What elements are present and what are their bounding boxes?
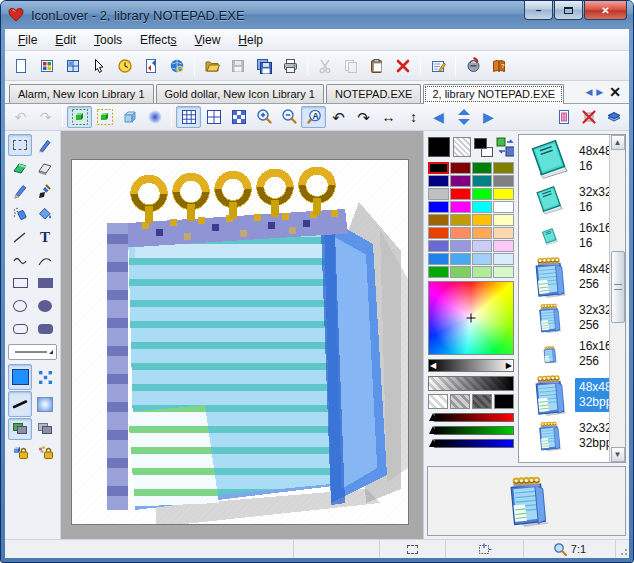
- menu-file[interactable]: File: [9, 30, 46, 50]
- maximize-button[interactable]: [554, 1, 583, 20]
- palette-color-swatch[interactable]: [493, 253, 514, 265]
- capture-cursor-button[interactable]: [86, 54, 112, 78]
- rectangle-tool[interactable]: [8, 272, 32, 294]
- palette-color-swatch[interactable]: [428, 227, 449, 239]
- foreground-background-indicator[interactable]: [474, 137, 492, 157]
- foreground-color-button[interactable]: [8, 364, 32, 390]
- palette-color-swatch[interactable]: [428, 162, 449, 174]
- tab-close-icon[interactable]: ✕: [607, 84, 623, 100]
- grid-checker-button[interactable]: [226, 106, 251, 128]
- opacity-25-swatch[interactable]: [428, 394, 448, 409]
- palette-color-swatch[interactable]: [450, 162, 471, 174]
- palette-color-swatch[interactable]: [472, 240, 493, 252]
- palette-color-swatch[interactable]: [428, 253, 449, 265]
- undo-button[interactable]: ↶: [8, 106, 33, 128]
- rotate-left-button[interactable]: ↶: [326, 106, 351, 128]
- open-button[interactable]: [199, 54, 225, 78]
- palette-color-swatch[interactable]: [450, 227, 471, 239]
- grid-fine-button[interactable]: [176, 106, 201, 128]
- shift-left-button[interactable]: ◀: [426, 106, 451, 128]
- opaque-mode-button[interactable]: [8, 418, 32, 440]
- palette-color-swatch[interactable]: [450, 214, 471, 226]
- red-channel-slider[interactable]: [434, 413, 514, 422]
- extract-icons-button[interactable]: [138, 54, 164, 78]
- palette-color-swatch[interactable]: [428, 240, 449, 252]
- palette-color-swatch[interactable]: [472, 214, 493, 226]
- format-item-48x48-16[interactable]: 48x4816: [523, 137, 609, 181]
- tab-alarm[interactable]: Alarm, New Icon Library 1: [9, 84, 154, 103]
- draw-mode-normal-button[interactable]: [67, 106, 92, 128]
- ellipse-tool[interactable]: [8, 295, 32, 317]
- editor-canvas-area[interactable]: [61, 131, 423, 539]
- red-slider-marker[interactable]: [429, 413, 437, 421]
- new-icon-from-image-button[interactable]: [34, 54, 60, 78]
- minimize-button[interactable]: –: [524, 1, 553, 20]
- palette-color-swatch[interactable]: [493, 240, 514, 252]
- grid-quarters-button[interactable]: [201, 106, 226, 128]
- swap-colors-icon[interactable]: [496, 137, 514, 157]
- rainbow-color-picker[interactable]: [428, 281, 514, 355]
- menu-edit[interactable]: Edit: [46, 30, 85, 50]
- lock-pixels-button[interactable]: [8, 441, 32, 463]
- palette-color-swatch[interactable]: [428, 201, 449, 213]
- save-button[interactable]: [225, 54, 251, 78]
- line-width-select[interactable]: [8, 344, 57, 360]
- palette-color-swatch[interactable]: [472, 266, 493, 278]
- new-animated-cursor-button[interactable]: [112, 54, 138, 78]
- blue-channel-slider[interactable]: [434, 439, 514, 448]
- draw-mode-blur-button[interactable]: [142, 106, 167, 128]
- palette-color-swatch[interactable]: [450, 175, 471, 187]
- brush-tool[interactable]: [33, 180, 57, 202]
- menu-view[interactable]: View: [186, 30, 230, 50]
- filled-rounded-rectangle-tool[interactable]: [33, 318, 57, 340]
- save-all-button[interactable]: [251, 54, 277, 78]
- tab-scroll-right-icon[interactable]: ▶: [596, 87, 603, 97]
- tab-gold-dollar[interactable]: Gold dollar, New Icon Library 1: [156, 84, 324, 103]
- palette-color-swatch[interactable]: [428, 175, 449, 187]
- palette-color-swatch[interactable]: [428, 214, 449, 226]
- shift-vertical-button[interactable]: [451, 106, 476, 128]
- delete-button[interactable]: [390, 54, 416, 78]
- draw-mode-selection-button[interactable]: [92, 106, 117, 128]
- palette-color-swatch[interactable]: [493, 214, 514, 226]
- format-item-16x16-16[interactable]: 16x1616: [523, 219, 609, 253]
- palette-color-swatch[interactable]: [428, 188, 449, 200]
- fill-tool[interactable]: [33, 203, 57, 225]
- palette-color-swatch[interactable]: [450, 266, 471, 278]
- line-tool[interactable]: [8, 226, 32, 248]
- lock-colors-button[interactable]: [33, 441, 57, 463]
- rounded-rectangle-tool[interactable]: [8, 318, 32, 340]
- properties-button[interactable]: [425, 54, 451, 78]
- brightness-slider[interactable]: ◀▶: [428, 359, 514, 372]
- current-color-swatch[interactable]: [428, 137, 450, 157]
- palette-color-swatch[interactable]: [450, 201, 471, 213]
- menu-tools[interactable]: Tools: [85, 30, 131, 50]
- copy-button[interactable]: [338, 54, 364, 78]
- palette-color-swatch[interactable]: [428, 266, 449, 278]
- gradient-button[interactable]: [33, 391, 57, 417]
- zoom-out-button[interactable]: [276, 106, 301, 128]
- tab-2-library-notepad[interactable]: 2, library NOTEPAD.EXE: [423, 84, 564, 104]
- palette-color-swatch[interactable]: [493, 266, 514, 278]
- color-picker-tool[interactable]: [33, 134, 57, 156]
- format-item-32x32-256[interactable]: 32x32256: [523, 301, 609, 335]
- rotate-right-button[interactable]: ↷: [351, 106, 376, 128]
- delete-image-format-button[interactable]: [576, 106, 601, 128]
- title-bar[interactable]: IconLover - 2, library NOTEPAD.EXE – ✕: [1, 1, 633, 29]
- green-slider-marker[interactable]: [429, 426, 437, 434]
- menu-help[interactable]: Help: [229, 30, 272, 50]
- cut-button[interactable]: [312, 54, 338, 78]
- palette-color-swatch[interactable]: [472, 162, 493, 174]
- format-item-32x32-16[interactable]: 32x3216: [523, 183, 609, 217]
- pixel-canvas[interactable]: [71, 159, 409, 525]
- shift-right-button[interactable]: ▶: [476, 106, 501, 128]
- opacity-75-swatch[interactable]: [472, 394, 492, 409]
- rect-select-tool[interactable]: [8, 134, 32, 156]
- arc-tool[interactable]: [33, 249, 57, 271]
- format-item-48x48-256[interactable]: 48x48256: [523, 255, 609, 299]
- filled-ellipse-tool[interactable]: [33, 295, 57, 317]
- draw-mode-transparent-button[interactable]: [117, 106, 142, 128]
- tab-notepad-exe[interactable]: NOTEPAD.EXE: [326, 84, 421, 103]
- transparent-mode-button[interactable]: [33, 418, 57, 440]
- new-icon-button[interactable]: [8, 54, 34, 78]
